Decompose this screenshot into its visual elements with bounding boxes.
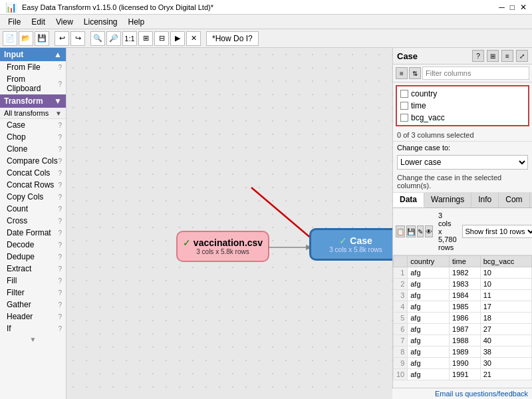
menu-help[interactable]: Help: [123, 16, 150, 28]
transform-filter[interactable]: Filter ?: [0, 287, 66, 299]
zoom-100-button[interactable]: 1:1: [122, 31, 137, 46]
undo-button[interactable]: ↩: [55, 31, 69, 46]
zoom-in-button[interactable]: 🔍: [90, 31, 105, 46]
column-country[interactable]: country: [398, 88, 527, 100]
transform-node[interactable]: ✓ Case 3 cols x 5.8k rows: [309, 228, 392, 261]
dt-edit-button[interactable]: ✎: [417, 225, 424, 237]
time-checkbox[interactable]: [400, 102, 408, 110]
rp-grid-button[interactable]: ⊞: [487, 50, 499, 62]
col-header-rownum: [394, 256, 408, 267]
canvas-area[interactable]: ✓ vaccination.csv 3 cols x 5.8k rows ✓: [66, 48, 392, 399]
cross-help-icon[interactable]: ?: [58, 217, 62, 225]
transform-concat-rows[interactable]: Concat Rows ?: [0, 179, 66, 191]
column-bcg-vacc[interactable]: bcg_vacc: [398, 112, 527, 124]
country-checkbox[interactable]: [400, 90, 408, 98]
menu-licensing[interactable]: Licensing: [78, 16, 123, 28]
open-button[interactable]: 📂: [19, 31, 33, 46]
menu-view[interactable]: View: [51, 16, 78, 28]
from-clipboard-item[interactable]: From Clipboard ?: [0, 73, 66, 94]
clone-help-icon[interactable]: ?: [58, 146, 62, 153]
transform-chop[interactable]: Chop ?: [0, 131, 66, 143]
transform-if[interactable]: If ?: [0, 323, 66, 334]
how-do-i-button[interactable]: *How Do I?: [206, 31, 259, 46]
tab-info[interactable]: Info: [471, 193, 499, 207]
transform-header[interactable]: Header ?: [0, 311, 66, 323]
zoom-fit-button[interactable]: ⊞: [138, 31, 153, 46]
zoom-out-button[interactable]: 🔎: [106, 31, 121, 46]
rp-list-button[interactable]: ≡: [501, 50, 513, 62]
save-button[interactable]: 💾: [35, 31, 49, 46]
header-help-icon[interactable]: ?: [58, 313, 62, 321]
column-time[interactable]: time: [398, 100, 527, 112]
date-format-help-icon[interactable]: ?: [58, 229, 62, 237]
decode-help-icon[interactable]: ?: [58, 241, 62, 249]
copy-cols-help-icon[interactable]: ?: [58, 194, 62, 201]
filter-help-icon[interactable]: ?: [58, 289, 62, 297]
concat-cols-help-icon[interactable]: ?: [58, 170, 62, 177]
if-help-icon[interactable]: ?: [58, 325, 62, 332]
transform-copy-cols[interactable]: Copy Cols ?: [0, 191, 66, 203]
menu-edit[interactable]: Edit: [26, 16, 51, 28]
from-file-item[interactable]: From File ?: [0, 61, 66, 73]
run-button[interactable]: ▶: [170, 31, 185, 46]
dt-view-button[interactable]: 👁: [425, 225, 433, 237]
transform-concat-cols[interactable]: Concat Cols ?: [0, 167, 66, 179]
table-row: 7 afg 1988 40: [394, 335, 532, 346]
case-dropdown[interactable]: Lower case Upper case Title case Sentenc…: [397, 155, 528, 170]
compare-cols-help-icon[interactable]: ?: [58, 158, 62, 165]
right-panel: Case ? ⊞ ≡ ⤢ ≡ ⇅ country time: [392, 48, 532, 399]
transform-clone[interactable]: Clone ?: [0, 143, 66, 155]
col-header-country[interactable]: country: [408, 256, 450, 267]
source-node[interactable]: ✓ vaccination.csv 3 cols x 5.8k rows: [176, 231, 269, 262]
zoom-fit2-button[interactable]: ⊟: [154, 31, 169, 46]
count-help-icon[interactable]: ?: [58, 205, 62, 213]
transform-date-format[interactable]: Date Format ?: [0, 227, 66, 239]
show-rows-select[interactable]: Show first 10 rows Show first 25 rows Sh…: [462, 225, 532, 238]
transform-case[interactable]: Case ?: [0, 119, 66, 131]
all-transforms-item[interactable]: All transforms ▼: [0, 108, 66, 119]
transform-section-header[interactable]: Transform ▼: [0, 94, 66, 108]
transform-dedupe[interactable]: Dedupe ?: [0, 251, 66, 263]
from-file-help-icon[interactable]: ?: [58, 64, 62, 71]
transform-count[interactable]: Count ?: [0, 203, 66, 215]
col-header-time[interactable]: time: [450, 256, 481, 267]
dedupe-help-icon[interactable]: ?: [58, 253, 62, 261]
tab-warnings[interactable]: Warnings: [424, 193, 471, 207]
rp-help-button[interactable]: ?: [472, 50, 484, 62]
dt-save-button[interactable]: 💾: [406, 225, 416, 237]
transform-decode[interactable]: Decode ?: [0, 239, 66, 251]
transform-extract[interactable]: Extract ?: [0, 263, 66, 275]
case-help-icon[interactable]: ?: [58, 122, 62, 129]
email-feedback-link[interactable]: Email us questions/feedback: [392, 388, 532, 399]
close-button[interactable]: ✕: [520, 3, 527, 12]
transform-cross[interactable]: Cross ?: [0, 215, 66, 227]
transform-compare-cols[interactable]: Compare Cols ?: [0, 155, 66, 167]
from-clipboard-help-icon[interactable]: ?: [58, 80, 62, 88]
input-section-header[interactable]: Input ▲: [0, 48, 66, 61]
transform-fill[interactable]: Fill ?: [0, 275, 66, 287]
minimize-button[interactable]: ─: [499, 3, 505, 12]
concat-rows-help-icon[interactable]: ?: [58, 182, 62, 189]
redo-button[interactable]: ↪: [70, 31, 85, 46]
extract-help-icon[interactable]: ?: [58, 265, 62, 273]
tab-com[interactable]: Com: [499, 193, 529, 207]
maximize-button[interactable]: □: [510, 3, 515, 12]
rp-expand-button[interactable]: ⤢: [516, 50, 528, 62]
transform-gather[interactable]: Gather ?: [0, 299, 66, 311]
menu-file[interactable]: File: [3, 16, 26, 28]
title-bar: 📊 Easy Data Transform v1.15.0 (licensed …: [0, 0, 532, 15]
rp-sort-button[interactable]: ⇅: [409, 67, 421, 79]
table-row: 10 afg 1991 21: [394, 369, 532, 380]
new-button[interactable]: 📄: [3, 31, 17, 46]
tab-data[interactable]: Data: [393, 193, 424, 207]
tab-prev-button[interactable]: ◀: [530, 193, 532, 207]
filter-columns-input[interactable]: [422, 66, 529, 80]
stop-button[interactable]: ✕: [186, 31, 201, 46]
bcg-vacc-checkbox[interactable]: [400, 114, 408, 122]
dt-copy-button[interactable]: 📋: [396, 225, 405, 237]
gather-help-icon[interactable]: ?: [58, 301, 62, 309]
col-header-bcg-vacc[interactable]: bcg_vacc: [480, 256, 531, 267]
fill-help-icon[interactable]: ?: [58, 277, 62, 285]
chop-help-icon[interactable]: ?: [58, 134, 62, 141]
rp-columns-button[interactable]: ≡: [396, 67, 408, 79]
